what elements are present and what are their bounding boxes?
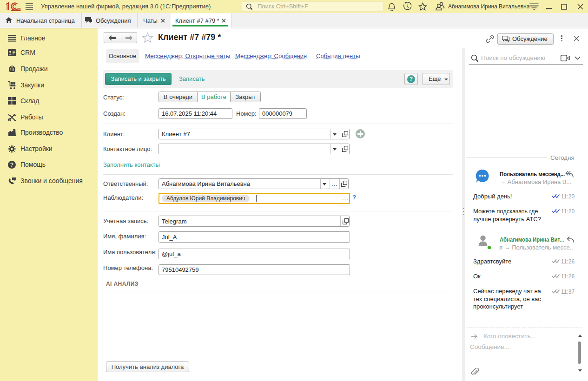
- svg-text:?: ?: [10, 161, 13, 168]
